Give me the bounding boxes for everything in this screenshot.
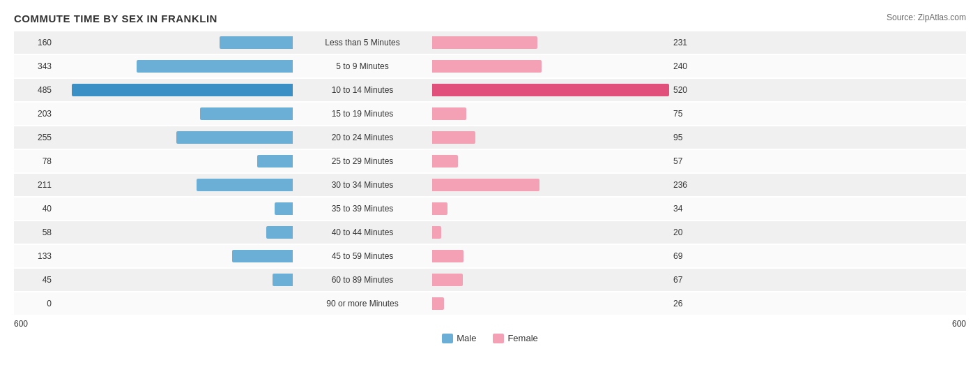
chart-row: 133 45 to 59 Minutes 69	[14, 245, 966, 267]
chart-row: 485 10 to 14 Minutes 520	[14, 79, 966, 101]
male-value: 203	[14, 109, 56, 119]
female-bar	[432, 155, 458, 167]
chart-row: 160 Less than 5 Minutes 231	[14, 31, 966, 54]
male-value: 160	[14, 38, 56, 47]
female-bar-area	[432, 155, 669, 167]
legend-male-label: Male	[457, 333, 476, 343]
male-bar-area	[56, 297, 293, 310]
female-bar	[432, 202, 447, 215]
row-label: 20 to 24 Minutes	[293, 133, 432, 142]
legend-female-label: Female	[507, 333, 537, 343]
female-bar	[432, 36, 537, 49]
female-bar	[432, 226, 441, 239]
female-value: 75	[669, 109, 711, 119]
male-bar-area	[56, 131, 293, 144]
axis-right: 600	[952, 319, 966, 329]
male-bar	[232, 250, 293, 262]
male-bar-area	[56, 274, 293, 286]
female-bar-area	[432, 250, 669, 262]
row-label: 10 to 14 Minutes	[293, 85, 432, 95]
row-label: Less than 5 Minutes	[293, 38, 432, 47]
male-bar	[72, 84, 293, 96]
male-value: 45	[14, 275, 56, 285]
female-bar-area	[432, 179, 669, 191]
chart-row: 58 40 to 44 Minutes 20	[14, 221, 966, 244]
female-value: 34	[669, 204, 711, 214]
male-bar	[197, 179, 293, 191]
female-bar-area	[432, 202, 669, 215]
chart-row: 203 15 to 19 Minutes 75	[14, 103, 966, 125]
legend-male: Male	[442, 333, 476, 343]
female-bar-area	[432, 107, 669, 120]
chart-row: 40 35 to 39 Minutes 34	[14, 198, 966, 220]
female-bar-area	[432, 226, 669, 239]
female-value: 20	[669, 228, 711, 237]
male-bar-area	[56, 84, 293, 96]
male-bar	[275, 202, 293, 215]
male-value: 485	[14, 85, 56, 95]
chart-title: COMMUTE TIME BY SEX IN FRANKLIN	[14, 13, 217, 24]
legend-female-box	[493, 334, 504, 343]
male-value: 78	[14, 156, 56, 166]
male-bar	[176, 131, 293, 144]
chart-row: 45 60 to 89 Minutes 67	[14, 269, 966, 291]
female-bar	[432, 60, 542, 73]
axis-row: 600 600	[14, 316, 966, 329]
chart-row: 78 25 to 29 Minutes 57	[14, 150, 966, 172]
row-label: 30 to 34 Minutes	[293, 180, 432, 190]
row-label: 60 to 89 Minutes	[293, 275, 432, 285]
female-bar-area	[432, 297, 669, 310]
male-bar-area	[56, 226, 293, 239]
row-label: 35 to 39 Minutes	[293, 204, 432, 214]
male-value: 0	[14, 299, 56, 308]
male-value: 255	[14, 133, 56, 142]
female-bar	[432, 84, 669, 96]
axis-left: 600	[14, 319, 28, 329]
female-bar	[432, 131, 475, 144]
male-bar	[266, 226, 293, 239]
chart-source: Source: ZipAtlas.com	[887, 13, 966, 22]
chart-area: 160 Less than 5 Minutes 231 343 5 to 9 M…	[14, 31, 966, 315]
female-bar	[432, 250, 464, 262]
chart-header: COMMUTE TIME BY SEX IN FRANKLIN Source: …	[14, 13, 966, 24]
male-bar	[257, 155, 293, 167]
female-bar-area	[432, 274, 669, 286]
female-bar	[432, 107, 466, 120]
female-value: 26	[669, 299, 711, 308]
chart-row: 0 90 or more Minutes 26	[14, 292, 966, 315]
chart-row: 211 30 to 34 Minutes 236	[14, 174, 966, 196]
male-value: 58	[14, 228, 56, 237]
male-bar-area	[56, 155, 293, 167]
male-bar	[220, 36, 293, 49]
female-value: 240	[669, 61, 711, 71]
chart-row: 255 20 to 24 Minutes 95	[14, 126, 966, 149]
female-value: 231	[669, 38, 711, 47]
chart-container: COMMUTE TIME BY SEX IN FRANKLIN Source: …	[0, 0, 980, 357]
male-bar	[200, 107, 293, 120]
legend-female: Female	[493, 333, 537, 343]
female-bar-area	[432, 131, 669, 144]
female-bar	[432, 297, 444, 310]
female-bar-area	[432, 60, 669, 73]
male-bar-area	[56, 179, 293, 191]
row-label: 5 to 9 Minutes	[293, 61, 432, 71]
male-bar-area	[56, 250, 293, 262]
male-bar	[273, 274, 293, 286]
male-value: 343	[14, 61, 56, 71]
female-value: 57	[669, 156, 711, 166]
female-bar-area	[432, 84, 669, 96]
male-value: 211	[14, 180, 56, 190]
row-label: 90 or more Minutes	[293, 299, 432, 308]
female-value: 67	[669, 275, 711, 285]
male-bar-area	[56, 60, 293, 73]
male-value: 40	[14, 204, 56, 214]
row-label: 45 to 59 Minutes	[293, 251, 432, 261]
female-value: 69	[669, 251, 711, 261]
chart-row: 343 5 to 9 Minutes 240	[14, 55, 966, 77]
legend-male-box	[442, 334, 453, 343]
row-label: 15 to 19 Minutes	[293, 109, 432, 119]
legend: Male Female	[14, 333, 966, 343]
female-bar-area	[432, 36, 669, 49]
male-value: 133	[14, 251, 56, 261]
female-value: 520	[669, 85, 711, 95]
